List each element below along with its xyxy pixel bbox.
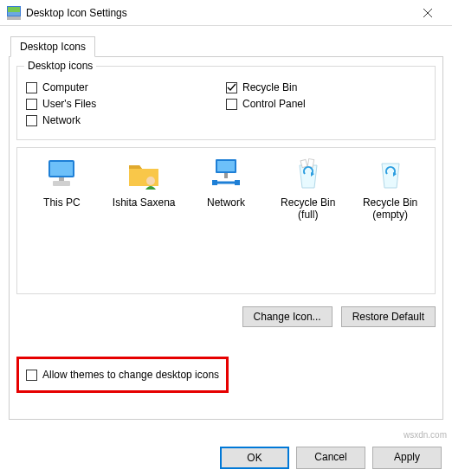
tab-strip: Desktop Icons Desktop icons Computer Use… bbox=[9, 36, 443, 420]
checkbox-computer[interactable]: Computer bbox=[26, 81, 226, 93]
titlebar: Desktop Icon Settings bbox=[0, 0, 452, 26]
this-pc-icon bbox=[44, 157, 79, 191]
tab-panel: Desktop icons Computer User's Files bbox=[9, 56, 443, 420]
allow-themes-highlight: Allow themes to change desktop icons bbox=[16, 357, 229, 393]
icon-label: Network bbox=[187, 196, 265, 209]
tab-desktop-icons[interactable]: Desktop Icons bbox=[10, 36, 95, 57]
apply-button[interactable]: Apply bbox=[372, 447, 442, 469]
checkbox-recycle-bin[interactable]: Recycle Bin bbox=[226, 81, 426, 93]
svg-rect-9 bbox=[59, 177, 64, 181]
groupbox-legend: Desktop icons bbox=[24, 60, 96, 72]
checkbox-label: Network bbox=[42, 114, 81, 126]
close-button[interactable] bbox=[410, 1, 445, 25]
checkbox-icon bbox=[26, 82, 37, 93]
icon-item-network[interactable]: Network bbox=[187, 157, 265, 222]
icon-label: This PC bbox=[23, 196, 100, 209]
checkbox-icon bbox=[26, 370, 37, 381]
checkbox-label: Allow themes to change desktop icons bbox=[42, 369, 219, 381]
icon-preview-box: This PC Ishita Saxena Network bbox=[16, 147, 436, 294]
dialog-button-row: OK Cancel Apply bbox=[220, 447, 442, 469]
icon-item-recycle-empty[interactable]: Recycle Bin (empty) bbox=[352, 157, 429, 222]
icon-list: This PC Ishita Saxena Network bbox=[21, 157, 431, 222]
icon-item-user[interactable]: Ishita Saxena bbox=[105, 157, 183, 222]
recycle-bin-full-icon bbox=[291, 157, 326, 191]
checkbox-users-files[interactable]: User's Files bbox=[26, 98, 226, 110]
checkbox-label: Recycle Bin bbox=[242, 81, 297, 93]
cancel-button[interactable]: Cancel bbox=[296, 447, 365, 469]
change-icon-button[interactable]: Change Icon... bbox=[242, 306, 333, 327]
svg-rect-8 bbox=[53, 181, 70, 186]
checkbox-icon bbox=[26, 115, 37, 126]
icon-label: Recycle Bin (full) bbox=[269, 196, 347, 222]
checkbox-icon bbox=[226, 82, 237, 93]
checkbox-network[interactable]: Network bbox=[26, 114, 226, 126]
icon-label: Recycle Bin (empty) bbox=[352, 196, 429, 222]
app-icon bbox=[7, 6, 21, 20]
window-title: Desktop Icon Settings bbox=[26, 7, 410, 19]
checkbox-control-panel[interactable]: Control Panel bbox=[226, 98, 426, 110]
dialog-body: Desktop Icons Desktop icons Computer Use… bbox=[0, 26, 452, 420]
svg-rect-18 bbox=[307, 159, 313, 168]
svg-rect-1 bbox=[8, 7, 20, 12]
groupbox-desktop-icons: Desktop icons Computer User's Files bbox=[16, 66, 436, 140]
watermark: wsxdn.com bbox=[404, 430, 447, 440]
checkbox-icon bbox=[26, 99, 37, 110]
checkbox-label: Control Panel bbox=[242, 98, 306, 110]
network-icon bbox=[209, 157, 243, 191]
svg-rect-7 bbox=[50, 162, 73, 176]
close-icon bbox=[423, 9, 432, 17]
svg-rect-12 bbox=[217, 161, 235, 171]
svg-rect-15 bbox=[212, 180, 217, 185]
svg-rect-2 bbox=[8, 12, 20, 16]
checkbox-icon bbox=[226, 99, 237, 110]
icon-label: Ishita Saxena bbox=[105, 196, 183, 209]
icon-item-recycle-full[interactable]: Recycle Bin (full) bbox=[269, 157, 347, 222]
svg-rect-3 bbox=[7, 16, 21, 20]
svg-rect-16 bbox=[235, 180, 240, 185]
restore-default-button[interactable]: Restore Default bbox=[341, 306, 436, 327]
svg-point-10 bbox=[146, 177, 155, 185]
checkbox-label: User's Files bbox=[42, 98, 96, 110]
user-folder-icon bbox=[126, 157, 161, 191]
icon-button-row: Change Icon... Restore Default bbox=[16, 306, 436, 327]
recycle-bin-empty-icon bbox=[373, 157, 408, 191]
checkbox-label: Computer bbox=[42, 81, 88, 93]
svg-rect-13 bbox=[224, 173, 228, 178]
checkbox-allow-themes[interactable]: Allow themes to change desktop icons bbox=[26, 369, 219, 381]
icon-item-this-pc[interactable]: This PC bbox=[23, 157, 100, 222]
ok-button[interactable]: OK bbox=[220, 447, 289, 469]
